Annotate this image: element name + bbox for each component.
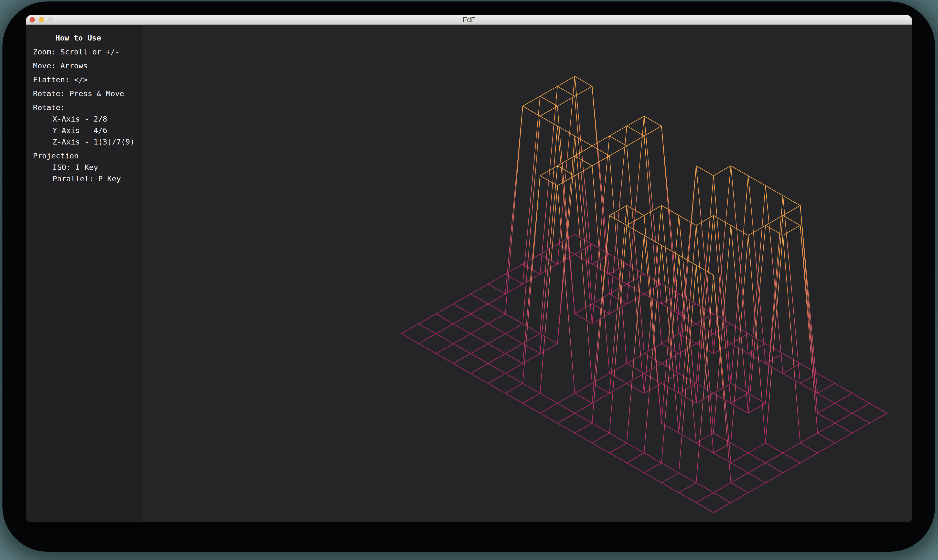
window-title: FdF <box>26 15 912 25</box>
help-line: Rotate: <box>33 103 140 112</box>
help-line: Move: Arrows <box>33 61 140 71</box>
help-sidebar: How to Use Zoom: Scroll or +/-Move: Arro… <box>26 25 141 522</box>
help-line: Y-Axis - 4/6 <box>52 126 140 135</box>
help-heading: How to Use <box>56 33 140 43</box>
help-line: Zoom: Scroll or +/- <box>33 47 140 57</box>
help-line: ISO: I Key <box>52 162 140 172</box>
wireframe-viewport[interactable] <box>141 25 912 522</box>
help-line: Z-Axis - 1(3)/7(9) <box>52 137 140 147</box>
titlebar[interactable]: FdF <box>26 15 912 25</box>
fdf-wireframe-canvas[interactable] <box>141 25 912 522</box>
fdf-app-window: FdF How to Use Zoom: Scroll or +/-Move: … <box>26 15 912 522</box>
help-line: Projection <box>33 151 140 161</box>
help-line: X-Axis - 2/8 <box>52 114 140 124</box>
window-content: How to Use Zoom: Scroll or +/-Move: Arro… <box>26 25 912 522</box>
wireframe-lines <box>401 76 887 513</box>
help-line: Parallel: P Key <box>52 174 140 183</box>
help-line: Rotate: Press & Move <box>33 89 140 98</box>
help-line: Flatten: </> <box>33 75 140 85</box>
help-lines: Zoom: Scroll or +/-Move: ArrowsFlatten: … <box>33 47 140 183</box>
